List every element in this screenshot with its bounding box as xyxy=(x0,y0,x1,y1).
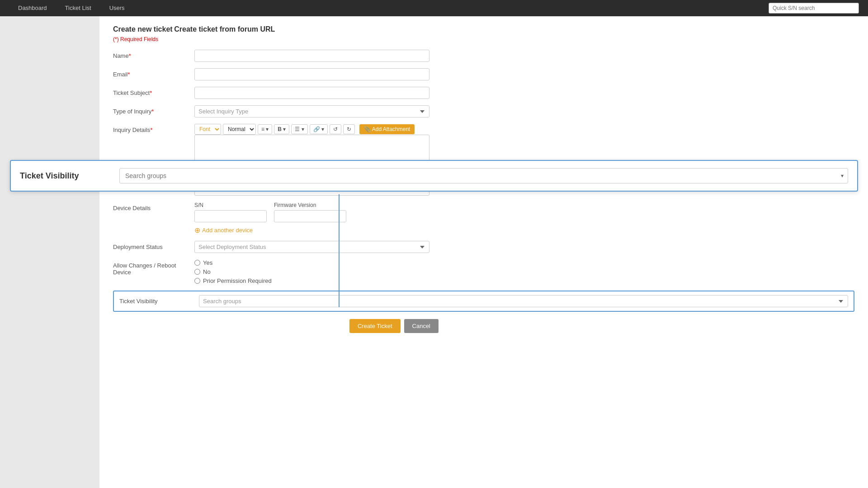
nav-ticket-list[interactable]: Ticket List xyxy=(56,0,100,16)
name-label: Name* xyxy=(113,50,194,59)
allow-changes-radios: Yes No Prior Permission Required xyxy=(194,259,272,284)
inquiry-type-select[interactable]: Select Inquiry Type xyxy=(194,105,429,117)
page-wrapper: Create new ticket Create ticket from for… xyxy=(0,16,868,488)
device-details-row: Device Details S/N Firmware Version ⊕ Ad… xyxy=(113,202,854,235)
size-select[interactable]: Normal xyxy=(223,124,256,135)
create-ticket-btn[interactable]: Create Ticket xyxy=(349,319,401,333)
deployment-status-row: Deployment Status Select Deployment Stat… xyxy=(113,241,854,253)
link-btn[interactable]: 🔗 ▾ xyxy=(310,124,328,134)
email-input[interactable] xyxy=(194,68,429,80)
radio-yes[interactable] xyxy=(194,260,200,266)
list-btn[interactable]: ☰ ▾ xyxy=(291,124,307,134)
deployment-status-label: Deployment Status xyxy=(113,241,194,250)
name-input[interactable] xyxy=(194,50,429,62)
firmware-field: Firmware Version xyxy=(274,202,346,222)
radio-no[interactable] xyxy=(194,269,200,275)
popup-search-wrapper: ▾ xyxy=(119,168,848,183)
font-select[interactable]: Font xyxy=(194,124,221,135)
undo-btn[interactable]: ↺ xyxy=(330,124,341,134)
sidebar xyxy=(0,16,99,488)
inquiry-type-label: Type of Inquiry* xyxy=(113,105,194,115)
chevron-down-icon: ▾ xyxy=(841,173,844,179)
add-another-device-btn[interactable]: ⊕ Add another device xyxy=(194,226,346,235)
ticket-visibility-popup: Ticket Visibility ▾ xyxy=(10,160,858,192)
device-sn-firmware-row: S/N Firmware Version xyxy=(194,202,346,222)
ticket-visibility-form-select[interactable]: Search groups xyxy=(199,295,848,307)
action-buttons: Create Ticket Cancel xyxy=(113,319,439,333)
redo-btn[interactable]: ↻ xyxy=(343,124,355,134)
name-row: Name* xyxy=(113,50,854,62)
quick-sn-search[interactable] xyxy=(769,3,859,14)
ticket-subject-label: Ticket Subject* xyxy=(113,87,194,96)
radio-yes-label[interactable]: Yes xyxy=(194,259,272,266)
radio-prior-label[interactable]: Prior Permission Required xyxy=(194,277,272,284)
inquiry-details-label: Inquiry Details* xyxy=(113,124,194,133)
required-fields-note: (*) Required Fields xyxy=(113,36,854,42)
radio-prior[interactable] xyxy=(194,278,200,284)
page-title: Create new ticket xyxy=(113,25,173,33)
ticket-subject-input[interactable] xyxy=(194,87,429,99)
plus-icon: ⊕ xyxy=(194,226,200,235)
sn-input[interactable] xyxy=(194,210,267,222)
sn-field: S/N xyxy=(194,202,267,222)
sn-label: S/N xyxy=(194,202,267,208)
deployment-status-select[interactable]: Select Deployment Status xyxy=(194,241,429,253)
popup-label: Ticket Visibility xyxy=(20,171,110,181)
popup-search-groups-input[interactable] xyxy=(119,168,848,183)
nav-dashboard[interactable]: Dashboard xyxy=(9,0,56,16)
radio-no-label[interactable]: No xyxy=(194,268,272,275)
device-details-wrapper: S/N Firmware Version ⊕ Add another devic… xyxy=(194,202,346,235)
ticket-subject-row: Ticket Subject* xyxy=(113,87,854,99)
add-attachment-btn[interactable]: 📎 Add Attachment xyxy=(359,124,415,134)
device-details-label: Device Details xyxy=(113,202,194,211)
ticket-visibility-form-row: Ticket Visibility Search groups xyxy=(113,291,854,312)
top-navigation: Dashboard Ticket List Users xyxy=(0,0,868,16)
align-btn[interactable]: ≡ ▾ xyxy=(258,124,272,134)
cancel-btn[interactable]: Cancel xyxy=(404,319,439,333)
nav-users[interactable]: Users xyxy=(100,0,134,16)
inquiry-type-row: Type of Inquiry* Select Inquiry Type xyxy=(113,105,854,117)
main-content: Create new ticket Create ticket from for… xyxy=(99,16,868,488)
paperclip-icon: 📎 xyxy=(364,126,371,132)
inquiry-toolbar: Font Normal ≡ ▾ B ▾ ☰ ▾ 🔗 ▾ ↺ ↻ 📎 Add At… xyxy=(194,124,429,135)
ticket-visibility-form-label: Ticket Visibility xyxy=(119,298,192,305)
create-from-forum-link[interactable]: Create ticket from forum URL xyxy=(174,25,275,33)
bold-btn[interactable]: B ▾ xyxy=(274,124,289,134)
email-row: Email* xyxy=(113,68,854,80)
firmware-input[interactable] xyxy=(274,210,346,222)
allow-changes-label: Allow Changes / Reboot Device xyxy=(113,259,194,276)
email-label: Email* xyxy=(113,68,194,78)
allow-changes-row: Allow Changes / Reboot Device Yes No Pri… xyxy=(113,259,854,284)
firmware-label: Firmware Version xyxy=(274,202,346,208)
